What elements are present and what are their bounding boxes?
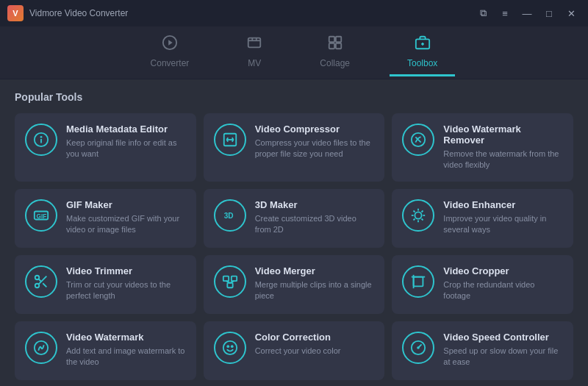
converter-icon bbox=[162, 35, 178, 55]
tool-icon-video-compressor bbox=[214, 124, 246, 156]
tool-name-color-correction: Color Correction bbox=[255, 332, 375, 343]
tool-name-video-cropper: Video Cropper bbox=[443, 265, 563, 276]
svg-point-37 bbox=[35, 284, 40, 288]
tool-name-3d-maker: 3D Maker bbox=[255, 199, 375, 210]
tool-info-video-watermark: Video WatermarkAdd text and image waterm… bbox=[66, 332, 186, 368]
tool-card-video-trimmer[interactable]: Video TrimmerTrim or cut your videos to … bbox=[15, 255, 196, 314]
tool-desc-color-correction: Correct your video color bbox=[255, 346, 375, 357]
tool-desc-video-speed: Speed up or slow down your file at ease bbox=[443, 346, 563, 368]
tool-name-video-compressor: Video Compressor bbox=[255, 124, 375, 135]
nav-bar: Converter MV Collage bbox=[0, 26, 588, 79]
tool-info-media-metadata: Media Metadata EditorKeep original file … bbox=[66, 124, 186, 160]
svg-line-45 bbox=[230, 281, 234, 283]
tool-info-video-enhancer: Video EnhancerImprove your video quality… bbox=[443, 199, 563, 236]
toolbox-icon bbox=[415, 35, 431, 55]
svg-rect-42 bbox=[231, 276, 236, 280]
converter-label: Converter bbox=[151, 58, 190, 68]
maximize-button[interactable]: □ bbox=[539, 6, 559, 21]
tool-card-video-watermark-remover[interactable]: Video Watermark RemoverRemove the waterm… bbox=[392, 113, 573, 182]
tool-icon-gif-maker: GIF bbox=[25, 199, 57, 232]
tool-desc-video-trimmer: Trim or cut your videos to the perfect l… bbox=[66, 279, 186, 302]
svg-line-35 bbox=[414, 218, 415, 220]
tool-name-gif-maker: GIF Maker bbox=[66, 199, 186, 210]
svg-line-33 bbox=[422, 218, 423, 220]
main-content: Popular Tools Media Metadata EditorKeep … bbox=[0, 79, 588, 386]
tool-card-color-correction[interactable]: Color CorrectionCorrect your video color bbox=[204, 321, 385, 380]
svg-marker-1 bbox=[168, 40, 173, 45]
svg-rect-46 bbox=[414, 276, 423, 286]
svg-line-40 bbox=[38, 279, 41, 282]
tool-desc-video-watermark: Add text and image watermark to the vide… bbox=[66, 346, 186, 368]
tool-name-video-watermark-remover: Video Watermark Remover bbox=[443, 124, 563, 146]
section-title: Popular Tools bbox=[15, 91, 573, 103]
tool-icon-video-merger bbox=[214, 265, 246, 298]
tool-info-video-watermark-remover: Video Watermark RemoverRemove the waterm… bbox=[443, 124, 563, 171]
tool-icon-video-watermark bbox=[25, 332, 57, 364]
app-logo: V bbox=[7, 5, 24, 21]
tab-mv[interactable]: MV bbox=[229, 29, 280, 76]
svg-point-54 bbox=[417, 347, 419, 349]
tool-name-video-merger: Video Merger bbox=[255, 265, 375, 276]
tool-desc-video-cropper: Crop the redundant video footage bbox=[443, 279, 563, 302]
svg-point-27 bbox=[415, 212, 422, 218]
app-title: Vidmore Video Converter bbox=[29, 8, 128, 18]
tool-name-video-trimmer: Video Trimmer bbox=[66, 265, 186, 276]
svg-point-51 bbox=[226, 345, 229, 348]
tool-card-video-enhancer[interactable]: Video EnhancerImprove your video quality… bbox=[392, 189, 573, 248]
tab-converter[interactable]: Converter bbox=[133, 29, 207, 76]
tool-desc-media-metadata: Keep original file info or edit as you w… bbox=[66, 137, 186, 160]
collage-icon bbox=[327, 35, 343, 55]
tool-card-video-merger[interactable]: Video MergerMerge multiple clips into a … bbox=[204, 255, 385, 314]
mv-icon bbox=[246, 35, 262, 55]
tool-desc-3d-maker: Create customized 3D video from 2D bbox=[255, 213, 375, 236]
minimize-button[interactable]: — bbox=[517, 6, 537, 21]
tool-card-video-compressor[interactable]: Video CompressorCompress your video file… bbox=[204, 113, 385, 182]
tool-grid: Media Metadata EditorKeep original file … bbox=[15, 113, 573, 380]
menu-button[interactable]: ≡ bbox=[495, 6, 514, 21]
svg-point-52 bbox=[231, 345, 234, 348]
tool-icon-video-speed bbox=[402, 332, 434, 364]
tool-card-video-cropper[interactable]: Video CropperCrop the redundant video fo… bbox=[392, 255, 573, 314]
svg-line-44 bbox=[226, 281, 230, 283]
tool-info-3d-maker: 3D MakerCreate customized 3D video from … bbox=[255, 199, 375, 236]
svg-text:3D: 3D bbox=[223, 211, 233, 219]
svg-point-36 bbox=[35, 276, 40, 280]
tab-toolbox[interactable]: Toolbox bbox=[390, 29, 455, 76]
title-bar: V Vidmore Video Converter ⧉ ≡ — □ ✕ bbox=[0, 0, 588, 26]
svg-rect-8 bbox=[329, 43, 334, 49]
svg-rect-6 bbox=[329, 37, 334, 42]
svg-line-39 bbox=[43, 283, 46, 287]
svg-rect-43 bbox=[227, 283, 232, 287]
tab-collage[interactable]: Collage bbox=[302, 29, 368, 76]
tool-info-color-correction: Color CorrectionCorrect your video color bbox=[255, 332, 375, 357]
tool-desc-video-compressor: Compress your video files to the proper … bbox=[255, 137, 375, 160]
title-bar-controls: ⧉ ≡ — □ ✕ bbox=[473, 6, 581, 21]
svg-text:GIF: GIF bbox=[37, 212, 47, 219]
pip-button[interactable]: ⧉ bbox=[473, 6, 492, 21]
tool-desc-gif-maker: Make customized GIF with your video or i… bbox=[66, 213, 186, 236]
svg-rect-9 bbox=[336, 43, 341, 49]
close-button[interactable]: ✕ bbox=[562, 6, 581, 21]
tool-desc-video-enhancer: Improve your video quality in several wa… bbox=[443, 213, 563, 236]
tool-icon-video-trimmer bbox=[25, 265, 57, 298]
tool-desc-video-watermark-remover: Remove the watermark from the video flex… bbox=[443, 149, 563, 171]
svg-point-50 bbox=[223, 341, 236, 354]
tool-name-video-enhancer: Video Enhancer bbox=[443, 199, 563, 210]
tool-card-media-metadata[interactable]: Media Metadata EditorKeep original file … bbox=[15, 113, 196, 182]
svg-rect-7 bbox=[336, 37, 341, 42]
tool-name-media-metadata: Media Metadata Editor bbox=[66, 124, 186, 135]
tool-card-3d-maker[interactable]: 3D3D MakerCreate customized 3D video fro… bbox=[204, 189, 385, 248]
tool-info-video-compressor: Video CompressorCompress your video file… bbox=[255, 124, 375, 160]
tool-icon-color-correction bbox=[214, 332, 246, 364]
tool-info-gif-maker: GIF MakerMake customized GIF with your v… bbox=[66, 199, 186, 236]
tool-card-gif-maker[interactable]: GIFGIF MakerMake customized GIF with you… bbox=[15, 189, 196, 248]
tool-card-video-watermark[interactable]: Video WatermarkAdd text and image waterm… bbox=[15, 321, 196, 380]
tool-name-video-watermark: Video Watermark bbox=[66, 332, 186, 343]
tool-card-video-speed[interactable]: Video Speed ControllerSpeed up or slow d… bbox=[392, 321, 573, 380]
svg-line-32 bbox=[414, 210, 415, 212]
tool-icon-media-metadata bbox=[25, 124, 57, 156]
tool-info-video-merger: Video MergerMerge multiple clips into a … bbox=[255, 265, 375, 302]
toolbox-label: Toolbox bbox=[407, 58, 437, 68]
tool-info-video-trimmer: Video TrimmerTrim or cut your videos to … bbox=[66, 265, 186, 302]
collage-label: Collage bbox=[320, 58, 350, 68]
